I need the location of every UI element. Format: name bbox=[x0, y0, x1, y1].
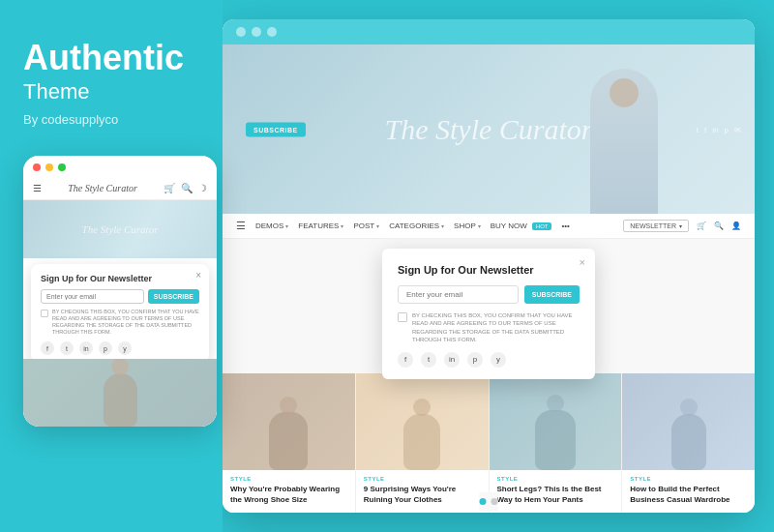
desktop-nav-buynow[interactable]: BUY NOW HOT bbox=[491, 222, 552, 230]
desktop-nav-post[interactable]: POST ▾ bbox=[353, 222, 379, 230]
desktop-twitter-icon[interactable]: t bbox=[421, 352, 436, 368]
desktop-top-bar bbox=[223, 19, 755, 44]
mobile-newsletter-title: Sign Up for Our Newsletter bbox=[41, 274, 199, 283]
blog-card-title-4[interactable]: How to Build the Perfect Business Casual… bbox=[630, 485, 747, 505]
desktop-hero-logo: The Style Curator bbox=[385, 113, 593, 146]
blog-card-title-2[interactable]: 9 Surprising Ways You're Ruining Your Cl… bbox=[364, 485, 481, 505]
blog-card-2: STYLE 9 Surprising Ways You're Ruining Y… bbox=[356, 373, 490, 513]
desktop-hamburger-icon[interactable]: ☰ bbox=[236, 220, 246, 232]
blog-card-category-3: STYLE bbox=[497, 476, 614, 482]
desktop-social-row: f t in p y bbox=[398, 352, 580, 368]
desktop-instagram-icon[interactable]: in bbox=[444, 352, 460, 368]
desktop-dot-2 bbox=[252, 27, 261, 37]
mobile-checkbox-row: BY CHECKING THIS BOX, YOU CONFIRM THAT Y… bbox=[41, 309, 199, 337]
blog-person-4 bbox=[622, 373, 755, 470]
desktop-checkbox-label: BY CHECKING THIS BOX, YOU CONFIRM THAT Y… bbox=[412, 311, 580, 344]
desktop-checkbox[interactable] bbox=[398, 312, 407, 322]
blog-person-body-4 bbox=[671, 414, 706, 470]
mobile-checkbox[interactable] bbox=[41, 310, 48, 317]
mobile-newsletter-popup: × Sign Up for Our Newsletter SUBSCRIBE B… bbox=[31, 264, 209, 364]
left-panel: Authentic Theme By codesupplyco ☰ The St… bbox=[0, 0, 223, 532]
desktop-nav-features[interactable]: FEATURES ▾ bbox=[298, 222, 343, 230]
mobile-bottom-person bbox=[23, 359, 217, 427]
mobile-top-bar bbox=[23, 156, 217, 179]
mobile-twitter-icon[interactable]: t bbox=[60, 341, 74, 355]
desktop-nav-demos[interactable]: DEMOS ▾ bbox=[255, 222, 288, 230]
desktop-cart-icon[interactable]: 🛒 bbox=[697, 222, 706, 230]
blog-person-head-4 bbox=[680, 399, 698, 416]
mobile-youtube-icon[interactable]: y bbox=[118, 341, 132, 355]
mobile-newsletter-close[interactable]: × bbox=[195, 270, 201, 281]
blog-person-2 bbox=[356, 373, 489, 470]
blog-card-category-2: STYLE bbox=[364, 476, 481, 482]
mobile-hero-image: The Style Curator bbox=[23, 200, 217, 258]
desktop-mockup: The Style Curator SUBSCRIBE t f in p ✉ ☰… bbox=[223, 19, 755, 513]
desktop-nav: ☰ DEMOS ▾ FEATURES ▾ POST ▾ CATEGORIES ▾… bbox=[223, 214, 755, 239]
blog-person-head-2 bbox=[413, 399, 431, 416]
desktop-nav-right: NEWSLETTER ▾ 🛒 🔍 👤 bbox=[623, 220, 741, 232]
pagination-dot-1[interactable] bbox=[480, 498, 487, 505]
blog-person-1 bbox=[223, 373, 355, 470]
desktop-facebook-icon[interactable]: f bbox=[398, 352, 413, 368]
desktop-search-icon[interactable]: 🔍 bbox=[714, 222, 724, 230]
mobile-hamburger-icon[interactable]: ☰ bbox=[33, 183, 42, 193]
blog-card-category-4: STYLE bbox=[630, 476, 747, 482]
hero-mail-icon[interactable]: ✉ bbox=[734, 125, 741, 133]
desktop-hero-person bbox=[590, 69, 658, 214]
desktop-user-icon[interactable]: 👤 bbox=[731, 222, 741, 230]
desktop-pinterest-icon[interactable]: p bbox=[467, 352, 483, 368]
mobile-checkbox-label: BY CHECKING THIS BOX, YOU CONFIRM THAT Y… bbox=[52, 309, 199, 337]
hero-twitter-icon[interactable]: t bbox=[697, 125, 699, 133]
mobile-bottom-photo bbox=[23, 359, 217, 427]
desktop-newsletter-close[interactable]: × bbox=[580, 256, 585, 268]
blog-card-image-3 bbox=[490, 373, 622, 470]
desktop-nav-shop[interactable]: SHOP ▾ bbox=[454, 222, 481, 230]
blog-card-content-1: STYLE Why You're Probably Wearing the Wr… bbox=[223, 470, 355, 513]
desktop-hero-subscribe-button[interactable]: SUBSCRIBE bbox=[246, 122, 306, 136]
mobile-theme-icon[interactable]: ☽ bbox=[198, 183, 207, 193]
mobile-hero: The Style Curator bbox=[23, 200, 217, 258]
desktop-nav-more[interactable]: ••• bbox=[561, 222, 569, 230]
desktop-youtube-icon[interactable]: y bbox=[491, 352, 506, 368]
blog-person-head-1 bbox=[280, 397, 297, 414]
mobile-person-body bbox=[104, 373, 137, 427]
mobile-email-row: SUBSCRIBE bbox=[41, 289, 199, 304]
mobile-hero-text: The Style Curator bbox=[82, 223, 159, 235]
mobile-nav-icons: 🛒 🔍 ☽ bbox=[164, 183, 207, 193]
blog-card-content-4: STYLE How to Build the Perfect Business … bbox=[622, 470, 755, 513]
desktop-checkbox-row: BY CHECKING THIS BOX, YOU CONFIRM THAT Y… bbox=[398, 311, 580, 344]
mobile-subscribe-button[interactable]: SUBSCRIBE bbox=[148, 289, 199, 304]
desktop-subscribe-button[interactable]: SUBSCRIBE bbox=[524, 285, 580, 304]
blog-card-category-1: STYLE bbox=[230, 476, 347, 482]
mobile-email-input[interactable] bbox=[41, 289, 144, 304]
mobile-pinterest-icon[interactable]: p bbox=[99, 341, 112, 355]
mobile-nav: ☰ The Style Curator 🛒 🔍 ☽ bbox=[23, 179, 217, 200]
mobile-instagram-icon[interactable]: in bbox=[79, 341, 93, 355]
desktop-email-row: SUBSCRIBE bbox=[398, 285, 580, 304]
blog-card-4: STYLE How to Build the Perfect Business … bbox=[622, 373, 755, 513]
blog-card-image-2 bbox=[356, 373, 489, 470]
pagination-dot-2[interactable] bbox=[491, 498, 498, 505]
mobile-dot-yellow bbox=[45, 163, 53, 171]
blog-card-image-4 bbox=[622, 373, 755, 470]
hero-social-icons: t f in p ✉ bbox=[697, 125, 741, 133]
desktop-newsletter-nav[interactable]: NEWSLETTER ▾ bbox=[623, 220, 689, 232]
blog-card-title-1[interactable]: Why You're Probably Wearing the Wrong Sh… bbox=[230, 485, 347, 505]
blog-card-title-3[interactable]: Short Legs? This Is the Best Way to Hem … bbox=[497, 485, 614, 505]
mobile-search-icon[interactable]: 🔍 bbox=[181, 183, 193, 193]
blog-card-content-3: STYLE Short Legs? This Is the Best Way t… bbox=[490, 470, 622, 513]
desktop-email-input[interactable] bbox=[398, 285, 519, 304]
desktop-nav-categories[interactable]: CATEGORIES ▾ bbox=[389, 222, 444, 230]
theme-byline: By codesupplyco bbox=[23, 112, 118, 127]
mobile-facebook-icon[interactable]: f bbox=[41, 341, 54, 355]
desktop-newsletter-title: Sign Up for Our Newsletter bbox=[398, 264, 580, 276]
hero-instagram-icon[interactable]: in bbox=[712, 125, 718, 133]
hero-pinterest-icon[interactable]: p bbox=[725, 125, 729, 133]
blog-card-image-1 bbox=[223, 373, 355, 470]
blog-card-content-2: STYLE 9 Surprising Ways You're Ruining Y… bbox=[356, 470, 489, 513]
hero-facebook-icon[interactable]: f bbox=[704, 125, 706, 133]
mobile-cart-icon[interactable]: 🛒 bbox=[164, 183, 175, 193]
blog-person-body-3 bbox=[535, 410, 576, 470]
mobile-social-row: f t in p y bbox=[41, 341, 199, 355]
blog-card-3: STYLE Short Legs? This Is the Best Way t… bbox=[490, 373, 623, 513]
